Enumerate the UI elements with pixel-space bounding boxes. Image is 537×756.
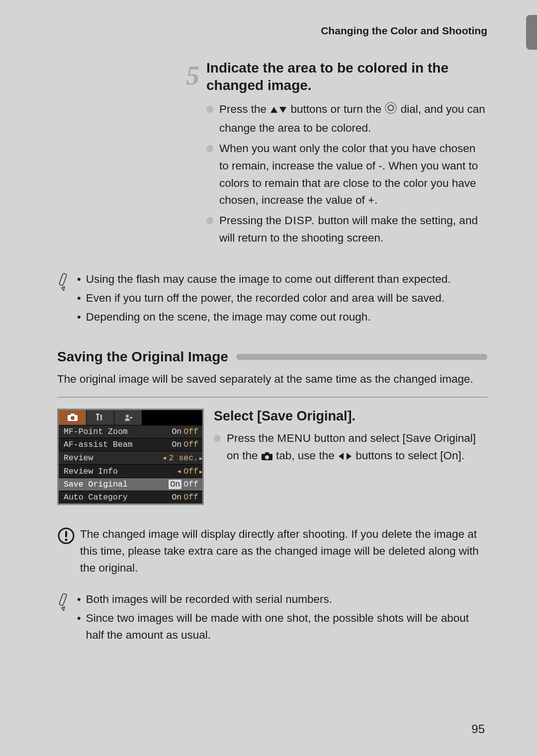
camera-tabs-spacer (142, 410, 202, 425)
section-rule (236, 354, 487, 360)
section-heading-row: Saving the Original Image (57, 349, 487, 365)
disp-button-label: DISP. (284, 214, 315, 227)
caution-text: The changed image will display directly … (80, 526, 487, 576)
svg-marker-17 (339, 453, 344, 460)
pencil-note-icon (57, 271, 77, 294)
right-caret-icon: ▸ (198, 453, 203, 463)
svg-point-3 (388, 105, 394, 111)
menu-item-off: Off (183, 440, 198, 449)
note-item: Using the flash may cause the image to c… (77, 271, 487, 288)
text: Press the (227, 432, 277, 444)
step-bullet: Press the buttons or turn the dial, and … (206, 101, 487, 137)
bullet-text: Press the MENU button and select [Save O… (227, 430, 487, 466)
menu-item: Auto Category On Off (59, 491, 202, 504)
menu-item-value: Off (183, 467, 198, 476)
menu-item-off: Off (183, 427, 198, 436)
up-down-triangles-icon (269, 102, 287, 120)
step-body: Indicate the area to be colored in the c… (206, 59, 487, 250)
section-title: Saving the Original Image (57, 349, 228, 365)
text: Since two images will be made with one s… (86, 610, 487, 644)
caution-block: The changed image will display directly … (57, 526, 487, 576)
step-5: 5 Indicate the area to be colored in the… (57, 59, 487, 250)
svg-marker-23 (62, 607, 65, 610)
step-bullet: When you want only the color that you ha… (206, 140, 487, 210)
menu-item-on-selected: On (169, 480, 181, 489)
camera-tab-shooting-icon (59, 410, 87, 425)
menu-item: AF-assist Beam On Off (59, 438, 202, 451)
svg-marker-18 (347, 453, 352, 460)
menu-item-value: 2 sec. (169, 453, 198, 463)
menu-item-off: Off (183, 493, 198, 502)
note-block: Both images will be recorded with serial… (57, 591, 487, 645)
bullet-icon (214, 435, 221, 442)
menu-item-off: Off (183, 480, 198, 489)
note-item: Both images will be recorded with serial… (77, 591, 487, 608)
bullet-icon (206, 106, 213, 113)
camera-tab-tools-icon (87, 410, 114, 425)
menu-item-selected: Save Original On Off (59, 478, 202, 491)
text: Depending on the scene, the image may co… (86, 309, 371, 326)
bullet-text: When you want only the color that you ha… (219, 140, 487, 210)
manual-page: Changing the Color and Shooting 5 Indica… (0, 0, 537, 756)
camera-tab-person-icon (114, 410, 142, 425)
text: Using the flash may cause the image to c… (86, 271, 451, 288)
note-block: Using the flash may cause the image to c… (57, 271, 487, 327)
camera-menu-tabs (59, 410, 202, 425)
menu-item-on: On (172, 493, 181, 502)
note-item: Depending on the scene, the image may co… (77, 309, 487, 326)
menu-item: MF-Point Zoom On Off (59, 425, 202, 438)
text: tab, use the (276, 449, 338, 462)
svg-rect-4 (59, 273, 67, 286)
svg-point-16 (265, 455, 269, 459)
control-dial-icon (384, 101, 397, 120)
svg-rect-20 (65, 531, 67, 537)
caution-icon (57, 526, 80, 547)
note-item: Even if you turn off the power, the reco… (77, 290, 487, 307)
camera-menu-screenshot: MF-Point Zoom On Off AF-assist Beam On O… (57, 409, 204, 505)
menu-item-label: Review (64, 453, 162, 463)
svg-rect-13 (130, 417, 132, 419)
menu-item-label: MF-Point Zoom (64, 427, 172, 436)
left-caret-icon: ◂ (162, 453, 167, 463)
left-right-triangles-icon (338, 449, 353, 466)
menu-item: Review Info ◂ Off ▸ (59, 464, 202, 478)
svg-rect-10 (100, 415, 102, 420)
svg-rect-22 (59, 593, 67, 606)
text: Pressing the (219, 214, 284, 227)
side-margin-tab (526, 15, 537, 50)
svg-rect-9 (97, 415, 98, 420)
menu-item: Review ◂ 2 sec. ▸ (59, 451, 202, 464)
pencil-note-icon (57, 591, 77, 614)
svg-marker-0 (270, 107, 277, 113)
svg-point-21 (65, 539, 68, 541)
menu-item-label: Review Info (64, 467, 177, 476)
step-title: Indicate the area to be colored in the c… (206, 59, 487, 94)
text: buttons to select [On]. (356, 449, 464, 462)
left-caret-icon: ◂ (177, 466, 181, 476)
svg-marker-1 (279, 107, 286, 113)
select-bullet: Press the MENU button and select [Save O… (214, 430, 487, 466)
select-title: Select [Save Original]. (214, 409, 487, 424)
note-item: Since two images will be made with one s… (77, 610, 487, 644)
bullet-text: Press the buttons or turn the dial, and … (219, 101, 487, 137)
note-list: Using the flash may cause the image to c… (77, 271, 487, 327)
step-bullet: Pressing the DISP. button will make the … (206, 212, 487, 247)
svg-point-2 (385, 102, 396, 113)
svg-marker-5 (62, 287, 65, 290)
step-number: 5 (57, 59, 206, 250)
page-number: 95 (471, 722, 485, 736)
select-save-original-block: Select [Save Original]. Press the MENU b… (214, 409, 487, 469)
svg-rect-11 (96, 414, 99, 415)
menu-item-label: AF-assist Beam (64, 440, 172, 449)
text: Even if you turn off the power, the reco… (86, 290, 445, 307)
menu-item-label: Save Original (64, 480, 169, 489)
bullet-text: Pressing the DISP. button will make the … (219, 212, 487, 247)
section-intro: The original image will be saved separat… (57, 371, 487, 388)
svg-rect-7 (71, 414, 75, 416)
divider (57, 397, 487, 398)
svg-point-8 (71, 416, 75, 420)
svg-point-12 (126, 415, 129, 418)
menu-item-on: On (172, 427, 181, 436)
bullet-icon (206, 217, 213, 224)
note-list: Both images will be recorded with serial… (77, 591, 487, 645)
